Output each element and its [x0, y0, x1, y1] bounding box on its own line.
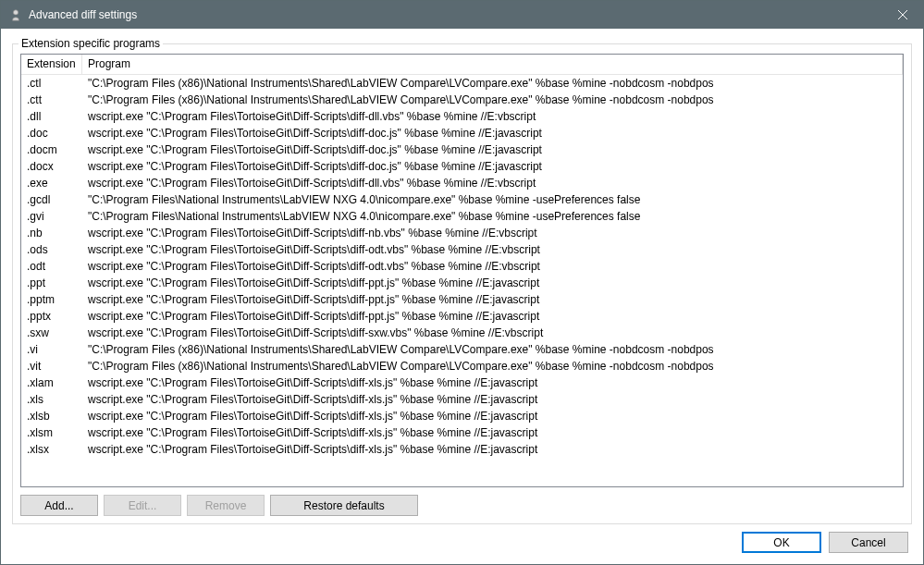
cell-extension: .xlsb	[21, 408, 82, 424]
extension-programs-group: Extension specific programs Extension Pr…	[12, 43, 912, 524]
cell-extension: .ppt	[21, 275, 82, 291]
column-header-program[interactable]: Program	[82, 55, 903, 74]
cell-program: "C:\Program Files (x86)\National Instrum…	[82, 75, 903, 92]
cell-extension: .exe	[21, 175, 82, 191]
dialog-footer: OK Cancel	[12, 524, 912, 555]
table-row[interactable]: .dllwscript.exe "C:\Program Files\Tortoi…	[21, 108, 903, 125]
cell-program: wscript.exe "C:\Program Files\TortoiseGi…	[82, 308, 903, 325]
cell-extension: .odt	[21, 258, 82, 275]
close-button[interactable]	[881, 1, 923, 29]
cell-program: wscript.exe "C:\Program Files\TortoiseGi…	[82, 125, 903, 141]
cell-extension: .nb	[21, 225, 82, 241]
client-area: Extension specific programs Extension Pr…	[1, 29, 923, 564]
ok-button[interactable]: OK	[742, 532, 821, 553]
window-title: Advanced diff settings	[29, 8, 881, 21]
table-row[interactable]: .xlsxwscript.exe "C:\Program Files\Torto…	[21, 441, 903, 458]
table-row[interactable]: .nbwscript.exe "C:\Program Files\Tortois…	[21, 225, 903, 241]
cell-program: wscript.exe "C:\Program Files\TortoiseGi…	[82, 175, 903, 191]
table-row[interactable]: .xlswscript.exe "C:\Program Files\Tortoi…	[21, 391, 903, 408]
cell-program: "C:\Program Files (x86)\National Instrum…	[82, 341, 903, 358]
cell-program: wscript.exe "C:\Program Files\TortoiseGi…	[82, 325, 903, 341]
listview-header: Extension Program	[21, 55, 903, 75]
cell-extension: .docm	[21, 141, 82, 158]
cell-program: wscript.exe "C:\Program Files\TortoiseGi…	[82, 108, 903, 125]
cell-extension: .xlam	[21, 375, 82, 391]
cell-program: "C:\Program Files (x86)\National Instrum…	[82, 358, 903, 375]
cell-extension: .doc	[21, 125, 82, 141]
table-row[interactable]: .odswscript.exe "C:\Program Files\Tortoi…	[21, 241, 903, 258]
cell-extension: .pptm	[21, 291, 82, 308]
svg-point-0	[13, 10, 18, 15]
table-row[interactable]: .xlsmwscript.exe "C:\Program Files\Torto…	[21, 424, 903, 441]
extension-listview[interactable]: Extension Program .ctl"C:\Program Files …	[20, 54, 904, 487]
table-row[interactable]: .ctt"C:\Program Files (x86)\National Ins…	[21, 92, 903, 108]
cell-extension: .gvi	[21, 208, 82, 225]
table-row[interactable]: .gcdl"C:\Program Files\National Instrume…	[21, 191, 903, 208]
app-icon	[8, 7, 23, 22]
table-row[interactable]: .pptmwscript.exe "C:\Program Files\Torto…	[21, 291, 903, 308]
cell-extension: .ctl	[21, 75, 82, 92]
add-button[interactable]: Add...	[20, 495, 98, 516]
cell-program: "C:\Program Files\National Instruments\L…	[82, 191, 903, 208]
restore-defaults-button[interactable]: Restore defaults	[270, 495, 418, 516]
cell-program: wscript.exe "C:\Program Files\TortoiseGi…	[82, 258, 903, 275]
table-row[interactable]: .xlsbwscript.exe "C:\Program Files\Torto…	[21, 408, 903, 424]
cell-extension: .xlsm	[21, 424, 82, 441]
cell-extension: .vi	[21, 341, 82, 358]
table-row[interactable]: .xlamwscript.exe "C:\Program Files\Torto…	[21, 375, 903, 391]
cell-program: wscript.exe "C:\Program Files\TortoiseGi…	[82, 391, 903, 408]
cell-program: wscript.exe "C:\Program Files\TortoiseGi…	[82, 424, 903, 441]
cell-program: wscript.exe "C:\Program Files\TortoiseGi…	[82, 225, 903, 241]
cell-extension: .vit	[21, 358, 82, 375]
remove-button[interactable]: Remove	[187, 495, 265, 516]
cell-program: "C:\Program Files\National Instruments\L…	[82, 208, 903, 225]
table-row[interactable]: .docxwscript.exe "C:\Program Files\Torto…	[21, 158, 903, 175]
cell-extension: .docx	[21, 158, 82, 175]
table-row[interactable]: .gvi"C:\Program Files\National Instrumen…	[21, 208, 903, 225]
listview-body: .ctl"C:\Program Files (x86)\National Ins…	[21, 75, 903, 486]
cell-extension: .dll	[21, 108, 82, 125]
table-row[interactable]: .sxwwscript.exe "C:\Program Files\Tortoi…	[21, 325, 903, 341]
table-row[interactable]: .docwscript.exe "C:\Program Files\Tortoi…	[21, 125, 903, 141]
cell-program: wscript.exe "C:\Program Files\TortoiseGi…	[82, 241, 903, 258]
column-header-extension[interactable]: Extension	[21, 55, 82, 74]
cell-program: wscript.exe "C:\Program Files\TortoiseGi…	[82, 375, 903, 391]
group-label: Extension specific programs	[18, 37, 163, 50]
cell-program: wscript.exe "C:\Program Files\TortoiseGi…	[82, 291, 903, 308]
dialog-window: Advanced diff settings Extension specifi…	[0, 0, 924, 565]
cell-extension: .gcdl	[21, 191, 82, 208]
cell-program: wscript.exe "C:\Program Files\TortoiseGi…	[82, 441, 903, 458]
edit-button[interactable]: Edit...	[104, 495, 181, 516]
table-row[interactable]: .docmwscript.exe "C:\Program Files\Torto…	[21, 141, 903, 158]
close-icon	[898, 10, 907, 19]
table-row[interactable]: .vit"C:\Program Files (x86)\National Ins…	[21, 358, 903, 375]
table-row[interactable]: .ctl"C:\Program Files (x86)\National Ins…	[21, 75, 903, 92]
action-button-row: Add... Edit... Remove Restore defaults	[20, 495, 904, 516]
cell-program: wscript.exe "C:\Program Files\TortoiseGi…	[82, 158, 903, 175]
cell-extension: .xlsx	[21, 441, 82, 458]
table-row[interactable]: .exewscript.exe "C:\Program Files\Tortoi…	[21, 175, 903, 191]
table-row[interactable]: .pptwscript.exe "C:\Program Files\Tortoi…	[21, 275, 903, 291]
titlebar: Advanced diff settings	[1, 1, 923, 29]
cell-program: wscript.exe "C:\Program Files\TortoiseGi…	[82, 408, 903, 424]
cell-program: wscript.exe "C:\Program Files\TortoiseGi…	[82, 141, 903, 158]
cell-extension: .xls	[21, 391, 82, 408]
table-row[interactable]: .odtwscript.exe "C:\Program Files\Tortoi…	[21, 258, 903, 275]
cell-extension: .pptx	[21, 308, 82, 325]
cell-program: wscript.exe "C:\Program Files\TortoiseGi…	[82, 275, 903, 291]
cell-extension: .sxw	[21, 325, 82, 341]
cell-extension: .ctt	[21, 92, 82, 108]
cancel-button[interactable]: Cancel	[829, 532, 908, 553]
table-row[interactable]: .pptxwscript.exe "C:\Program Files\Torto…	[21, 308, 903, 325]
cell-program: "C:\Program Files (x86)\National Instrum…	[82, 92, 903, 108]
table-row[interactable]: .vi"C:\Program Files (x86)\National Inst…	[21, 341, 903, 358]
cell-extension: .ods	[21, 241, 82, 258]
